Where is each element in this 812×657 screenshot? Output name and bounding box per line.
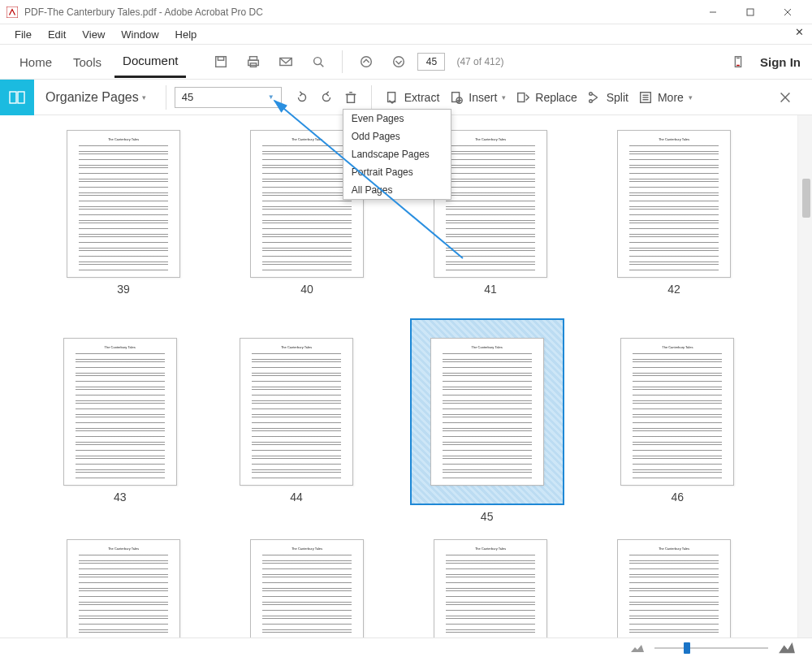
extract-button[interactable]: Extract [380,90,445,105]
menubar: File Edit View Window Help ✕ [0,24,812,44]
zoom-large-icon[interactable] [778,642,796,654]
menu-view[interactable]: View [74,27,113,42]
page-range-value: 45 [182,91,193,103]
page-up-icon[interactable] [352,48,380,76]
svg-line-12 [321,64,324,67]
page-number: 40 [300,283,313,296]
extract-label: Extract [404,91,440,104]
caret-down-icon: ▾ [142,93,146,102]
scrollbar-thumb[interactable] [802,179,810,218]
page-number: 44 [290,491,303,504]
window-close[interactable] [770,1,806,24]
insert-label: Insert [469,91,497,104]
window-maximize[interactable] [732,1,768,24]
print-icon[interactable] [240,48,267,76]
range-portrait[interactable]: Portrait Pages [343,163,451,181]
svg-rect-23 [387,92,395,102]
svg-rect-28 [518,93,525,102]
page-down-icon[interactable] [385,48,412,76]
page-thumb-next-4[interactable]: The Canterbury Tales [607,539,741,638]
save-icon[interactable] [207,48,235,76]
page-thumb-44[interactable]: The Canterbury Tales 44 [233,338,359,504]
window-title: PDF-The Canterbury Tales.pdf - Adobe Acr… [24,6,263,18]
separator [166,85,166,110]
page-range-dropdown[interactable]: 45 ▼ Even Pages Odd Pages Landscape Page… [175,87,282,108]
svg-rect-19 [18,92,24,103]
page-number: 45 [481,510,494,523]
page-thumb-next-1[interactable]: The Canterbury Tales [57,539,190,638]
zoom-small-icon[interactable] [630,643,645,653]
range-even[interactable]: Even Pages [343,110,451,128]
range-all[interactable]: All Pages [343,181,451,199]
mail-icon[interactable] [272,48,300,76]
split-label: Split [607,91,628,104]
page-thumb-43[interactable]: The Canterbury Tales 43 [57,338,183,504]
svg-line-32 [592,97,597,102]
selection-highlight: The Canterbury Tales [410,318,564,505]
page-thumb-42[interactable]: The Canterbury Tales 42 [607,130,741,296]
insert-button[interactable]: Insert▾ [444,90,511,105]
page-number: 39 [117,283,130,296]
page-number: 43 [114,491,127,504]
zoom-slider-knob[interactable] [684,642,690,654]
window-minimize[interactable] [695,1,731,24]
more-label: More [658,91,684,104]
organize-pages-icon[interactable] [0,80,34,115]
page-number: 42 [667,283,680,296]
caret-down-icon: ▾ [689,93,693,102]
close-organize-button[interactable] [773,90,797,105]
page-thumb-45-selected[interactable]: The Canterbury Tales 45 [410,318,564,523]
zoom-slider[interactable] [654,647,768,649]
organize-pages-title[interactable]: Organize Pages ▾ [34,90,158,105]
page-range-menu: Even Pages Odd Pages Landscape Pages Por… [343,109,451,200]
vertical-scrollbar[interactable] [797,115,812,638]
menu-file[interactable]: File [6,27,40,42]
separator [342,50,343,73]
tab-document[interactable]: Document [114,45,186,78]
mobile-icon[interactable] [724,48,752,76]
svg-rect-2 [747,9,754,15]
page-thumb-46[interactable]: The Canterbury Tales 46 [615,338,741,504]
page-number: 46 [672,491,685,504]
range-landscape[interactable]: Landscape Pages [343,145,451,163]
zoom-bar [0,638,812,657]
search-icon[interactable] [304,48,332,76]
svg-rect-5 [216,57,227,67]
menu-window[interactable]: Window [113,27,166,42]
replace-button[interactable]: Replace [511,90,581,105]
split-button[interactable]: Split [582,90,633,105]
range-odd[interactable]: Odd Pages [343,128,451,145]
dropdown-caret-icon: ▼ [268,93,274,101]
separator [371,85,372,110]
page-thumb-next-3[interactable]: The Canterbury Tales [424,539,557,638]
acrobat-icon [6,6,18,18]
organize-pages-bar: Organize Pages ▾ 45 ▼ Even Pages Odd Pag… [0,80,812,115]
document-close-icon[interactable]: ✕ [795,26,804,38]
page-thumb-next-2[interactable]: The Canterbury Tales [240,539,374,638]
rotate-left-button[interactable] [290,90,314,105]
svg-rect-0 [6,6,18,18]
page-number: 41 [484,283,497,296]
tab-home[interactable]: Home [11,47,60,77]
delete-button[interactable] [339,90,363,105]
page-number-input[interactable]: 45 [417,53,445,71]
svg-point-30 [589,99,592,102]
svg-rect-18 [10,92,16,103]
replace-label: Replace [535,91,577,104]
svg-rect-20 [347,94,354,102]
svg-rect-6 [218,57,224,61]
rotate-right-button[interactable] [314,90,339,105]
tab-tools[interactable]: Tools [65,47,110,77]
signin-button[interactable]: Sign In [760,55,801,69]
svg-point-13 [361,57,372,67]
menu-edit[interactable]: Edit [40,27,74,42]
titlebar: PDF-The Canterbury Tales.pdf - Adobe Acr… [0,0,812,24]
svg-point-11 [314,58,322,65]
page-thumb-39[interactable]: The Canterbury Tales 39 [57,130,190,296]
svg-point-29 [589,92,592,95]
page-count: (47 of 412) [456,56,503,67]
svg-point-14 [394,57,404,67]
more-button[interactable]: More▾ [633,90,698,105]
menu-help[interactable]: Help [167,27,205,42]
svg-line-31 [592,93,597,97]
